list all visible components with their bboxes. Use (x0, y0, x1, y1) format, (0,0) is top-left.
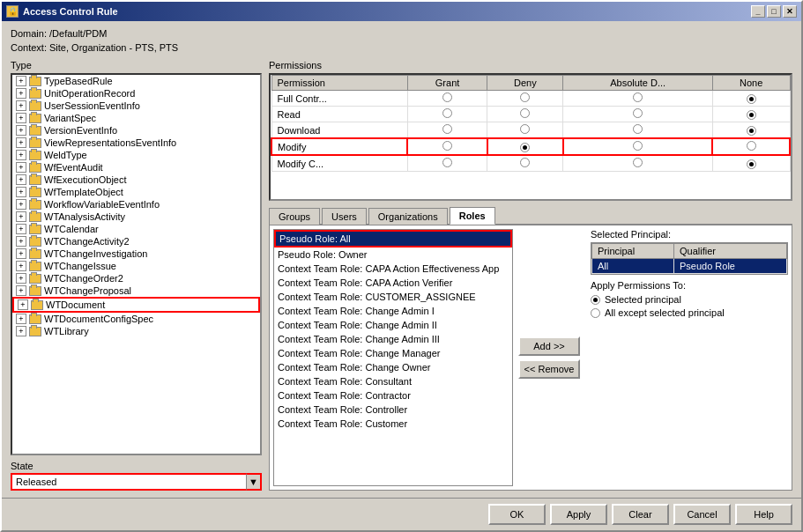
close-button[interactable]: ✕ (783, 5, 797, 18)
radio-dot[interactable] (520, 124, 530, 134)
role-item[interactable]: Context Team Role: Contractor (274, 388, 512, 403)
ok-button[interactable]: OK (488, 504, 546, 525)
role-item[interactable]: Pseudo Role: All (274, 230, 512, 248)
expand-icon[interactable]: + (16, 187, 26, 197)
tree-item[interactable]: +WTChangeProposal (12, 284, 260, 297)
add-button[interactable]: Add >> (518, 336, 580, 356)
expand-icon[interactable]: + (16, 236, 26, 247)
tree-item[interactable]: +WTDocumentConfigSpec (12, 313, 260, 325)
state-select-value[interactable]: Released (11, 473, 246, 491)
tree-item[interactable]: +ViewRepresentationsEventInfo (12, 137, 260, 149)
perm-cell[interactable] (487, 107, 563, 122)
tree-item[interactable]: +WTChangeOrder2 (12, 272, 260, 284)
radio-dot[interactable] (442, 92, 452, 102)
tree-item[interactable]: +WTDocument (12, 297, 260, 313)
expand-icon[interactable]: + (16, 150, 26, 160)
radio-dot[interactable] (747, 159, 756, 169)
radio-dot[interactable] (442, 158, 452, 167)
perm-cell[interactable] (712, 91, 790, 107)
state-dropdown-button[interactable]: ▼ (246, 473, 262, 491)
radio-all-except[interactable]: All except selected principal (591, 307, 788, 318)
radio-dot[interactable] (633, 141, 643, 151)
role-item[interactable]: Pseudo Role: Owner (274, 248, 512, 262)
radio-dot[interactable] (633, 108, 643, 118)
perm-cell[interactable] (563, 91, 712, 107)
perm-cell[interactable] (563, 107, 712, 122)
expand-icon[interactable]: + (16, 125, 26, 136)
radio-all-except-dot[interactable] (591, 308, 600, 318)
role-item[interactable]: Context Team Role: CUSTOMER_ASSIGNEE (274, 290, 512, 304)
tree-item[interactable]: +WTLibrary (12, 325, 260, 337)
radio-dot[interactable] (442, 124, 452, 134)
perm-cell[interactable] (407, 107, 487, 122)
expand-icon[interactable]: + (16, 314, 26, 324)
radio-dot[interactable] (442, 108, 452, 118)
radio-dot[interactable] (520, 158, 530, 167)
role-item[interactable]: Context Team Role: Change Admin II (274, 318, 512, 332)
perm-cell[interactable] (712, 107, 790, 122)
expand-icon[interactable]: + (16, 326, 26, 336)
tab-users[interactable]: Users (322, 208, 367, 225)
radio-selected-principal[interactable]: Selected principal (591, 294, 788, 305)
role-item[interactable]: Context Team Role: Change Owner (274, 360, 512, 374)
expand-icon[interactable]: + (16, 113, 26, 123)
tree-item[interactable]: +WfExecutionObject (12, 174, 260, 186)
role-item[interactable]: Context Team Role: Change Manager (274, 346, 512, 360)
radio-dot[interactable] (747, 94, 756, 104)
tree-item[interactable]: +WTChangeInvestigation (12, 248, 260, 260)
perm-cell[interactable] (712, 122, 790, 139)
tree-item[interactable]: +VariantSpec (12, 112, 260, 124)
expand-icon[interactable]: + (16, 137, 26, 148)
tree-item[interactable]: +WorkflowVariableEventInfo (12, 198, 260, 211)
radio-selected-principal-dot[interactable] (591, 295, 600, 305)
tree-item[interactable]: +WTCalendar (12, 223, 260, 235)
tab-groups[interactable]: Groups (269, 208, 320, 225)
expand-icon[interactable]: + (16, 248, 26, 259)
expand-icon[interactable]: + (16, 224, 26, 234)
expand-icon[interactable]: + (16, 261, 26, 271)
radio-dot[interactable] (633, 92, 643, 102)
radio-dot[interactable] (747, 126, 756, 136)
role-item[interactable]: Context Team Role: Controller (274, 403, 512, 417)
perm-cell[interactable] (407, 91, 487, 107)
perm-cell[interactable] (563, 138, 712, 155)
tree-item[interactable]: +WTChangeIssue (12, 260, 260, 272)
tree-item[interactable]: +VersionEventInfo (12, 124, 260, 137)
radio-dot[interactable] (633, 124, 643, 134)
cancel-button[interactable]: Cancel (673, 504, 731, 525)
type-tree[interactable]: +TypeBasedRule+UnitOperationRecord+UserS… (11, 73, 262, 455)
perm-cell[interactable] (487, 91, 563, 107)
radio-dot[interactable] (747, 110, 756, 120)
clear-button[interactable]: Clear (612, 504, 669, 525)
tree-item[interactable]: +UserSessionEventInfo (12, 100, 260, 112)
perm-cell[interactable] (563, 155, 712, 172)
radio-dot[interactable] (520, 143, 530, 152)
expand-icon[interactable]: + (16, 100, 26, 111)
radio-dot[interactable] (633, 158, 643, 167)
radio-dot[interactable] (520, 92, 530, 102)
expand-icon[interactable]: + (16, 174, 26, 185)
perm-cell[interactable] (487, 138, 563, 155)
perm-cell[interactable] (407, 122, 487, 139)
perm-cell[interactable] (407, 138, 487, 155)
maximize-button[interactable]: □ (767, 5, 781, 18)
perm-cell[interactable] (563, 122, 712, 139)
role-item[interactable]: Context Team Role: Change Admin III (274, 332, 512, 346)
expand-icon[interactable]: + (16, 76, 26, 86)
role-item[interactable]: Context Team Role: CAPA Action Effective… (274, 262, 512, 276)
role-item[interactable]: Context Team Role: Customer (274, 417, 512, 431)
expand-icon[interactable]: + (16, 199, 26, 210)
tree-item[interactable]: +WfTemplateObject (12, 186, 260, 198)
perm-cell[interactable] (487, 122, 563, 139)
tree-item[interactable]: +WTChangeActivity2 (12, 235, 260, 248)
roles-list[interactable]: Pseudo Role: AllPseudo Role: OwnerContex… (273, 229, 513, 486)
expand-icon[interactable]: + (18, 299, 28, 310)
role-item[interactable]: Context Team Role: Consultant (274, 374, 512, 388)
tree-item[interactable]: +WfEventAudit (12, 161, 260, 174)
perm-cell[interactable] (712, 138, 790, 155)
expand-icon[interactable]: + (16, 285, 26, 296)
perm-cell[interactable] (712, 155, 790, 172)
minimize-button[interactable]: _ (751, 5, 765, 18)
expand-icon[interactable]: + (16, 162, 26, 173)
radio-dot[interactable] (747, 141, 756, 151)
